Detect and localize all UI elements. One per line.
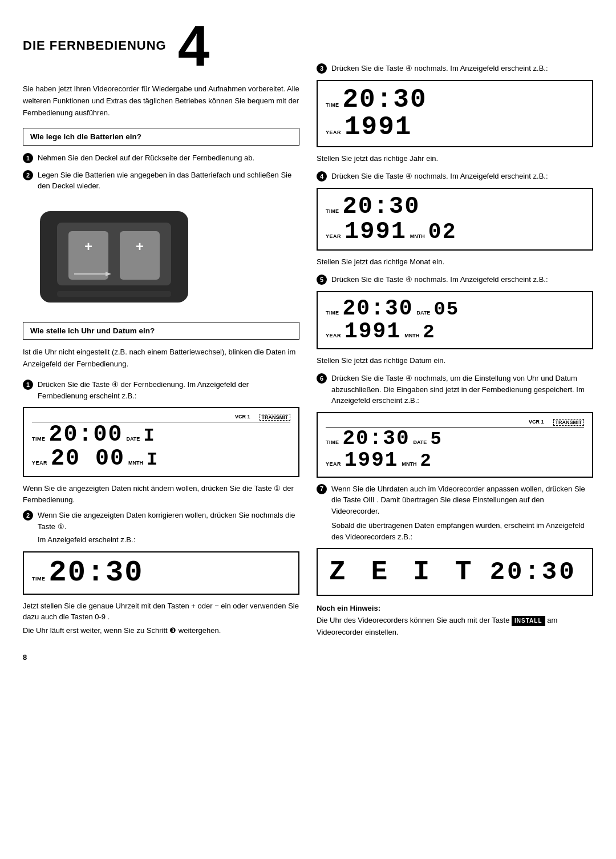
- display-5-year: 1991: [345, 321, 401, 342]
- display-1: VCR 1 TRANSMIT TIME 20:00 DATE I YEAR 20…: [23, 407, 299, 477]
- display-2-time: 20:30: [49, 558, 144, 588]
- page-number: 8: [23, 653, 299, 662]
- time-label-2: TIME: [32, 576, 46, 582]
- time-label-4: TIME: [326, 208, 339, 214]
- display-5-row-top: TIME 20:30 DATE 05: [326, 298, 584, 320]
- svg-text:+: +: [84, 239, 92, 254]
- vcr1-label-6: VCR 1: [529, 419, 544, 426]
- right-step-5-text: Drücken Sie die Taste ④ nochmals. Im Anz…: [331, 274, 548, 285]
- right-column: 3 Drücken Sie die Taste ④ nochmals. Im A…: [317, 17, 593, 662]
- step-after2b-text: Die Uhr läuft erst weiter, wenn Sie zu S…: [23, 625, 299, 636]
- right-step-6: 6 Drücken Sie die Taste ④ nochmals, um d…: [317, 373, 593, 406]
- mnth-label-6: MNTH: [402, 461, 416, 467]
- right-step-3-text: Drücken Sie die Taste ④ nochmals. Im Anz…: [331, 63, 548, 74]
- battery-step-2-text: Legen Sie die Batterien wie angegeben in…: [38, 170, 299, 192]
- right-step-6-badge: 6: [317, 373, 327, 384]
- display-7: Z E I T 20:30: [317, 548, 593, 596]
- display-4: TIME 20:30 YEAR 1991 MNTH 02: [317, 188, 593, 251]
- display-7-time: 20:30: [490, 559, 577, 584]
- remote-illustration: + +: [23, 200, 299, 314]
- display-3-row-top: TIME 20:30: [326, 87, 584, 113]
- display-6-mnth-val: 2: [420, 452, 432, 470]
- right-step-4-text: Drücken Sie die Taste ④ nochmals. Im Anz…: [331, 171, 548, 182]
- time-label-1: TIME: [32, 436, 46, 442]
- display-1-time: 20:00: [49, 424, 123, 446]
- clock-step-2-text: Wenn Sie die angezeigten Daten nicht änd…: [23, 483, 299, 505]
- note-title: Noch ein Hinweis:: [317, 604, 380, 612]
- display-1-row-top: TIME 20:00 DATE I: [32, 424, 290, 446]
- year-label-4: YEAR: [326, 233, 341, 239]
- right-step-5-badge: 5: [317, 275, 327, 285]
- left-column: DIE FERNBEDIENUNG 4 Sie haben jetzt Ihre…: [23, 17, 299, 662]
- svg-text:+: +: [136, 239, 144, 254]
- section-header: DIE FERNBEDIENUNG 4: [23, 17, 299, 74]
- svg-rect-7: [57, 291, 171, 297]
- vcr-transmit-bar-1: VCR 1 TRANSMIT: [32, 414, 290, 422]
- step-1-badge: 1: [23, 153, 33, 163]
- date-label-5: DATE: [417, 310, 431, 316]
- year-label-1: YEAR: [32, 460, 47, 466]
- note-text: Die Uhr des Videorecorders können Sie au…: [317, 616, 509, 624]
- display-5-time: 20:30: [343, 298, 414, 320]
- time-label-3: TIME: [326, 102, 339, 108]
- display-5-date-val: 05: [433, 300, 459, 319]
- clock-step-1: 1 Drücken Sie die Taste ④ der Fernbedien…: [23, 379, 299, 401]
- date-label-6: DATE: [414, 439, 427, 445]
- right-step-5: 5 Drücken Sie die Taste ④ nochmals. Im A…: [317, 274, 593, 285]
- right-step-7-badge: 7: [317, 484, 327, 494]
- display-3-year: 1991: [345, 114, 412, 140]
- battery-step-1: 1 Nehmen Sie den Deckel auf der Rückseit…: [23, 152, 299, 164]
- vcr1-label-1: VCR 1: [235, 414, 250, 421]
- install-badge: INSTALL: [512, 616, 545, 626]
- clock-step-2b-text: Wenn Sie die angezeigten Daten korrigier…: [38, 510, 299, 532]
- right-step-6-text: Drücken Sie die Taste ④ nochmals, um die…: [331, 373, 593, 406]
- clock-step-1-badge: 1: [23, 380, 33, 390]
- time-label-6: TIME: [326, 439, 339, 445]
- step4-sub: Stellen Sie jetzt das richtige Monat ein…: [317, 256, 593, 268]
- transmit-label-1: TRANSMIT: [260, 414, 291, 421]
- section-title: DIE FERNBEDIENUNG: [23, 38, 167, 53]
- mnth-label-1: MNTH: [128, 460, 143, 466]
- clock-step-2b-badge: 2: [23, 510, 33, 521]
- step-2-badge: 2: [23, 170, 33, 180]
- clock-step-2b: 2 Wenn Sie die angezeigten Daten korrigi…: [23, 510, 299, 546]
- step-after2-text: Jetzt stellen Sie die genaue Uhrzeit mit…: [23, 600, 299, 623]
- display-5-row-bottom: YEAR 1991 MNTH 2: [326, 321, 584, 342]
- right-step-3: 3 Drücken Sie die Taste ④ nochmals. Im A…: [317, 63, 593, 74]
- display-5-mnth-val: 2: [423, 322, 435, 342]
- right-step-7b-text: Sobald die übertragenen Daten empfangen …: [331, 520, 593, 542]
- display-4-row-top: TIME 20:30: [326, 195, 584, 219]
- display-6-row-bottom: YEAR 1991 MNTH 2: [326, 450, 584, 471]
- display-2-row: TIME 20:30: [32, 558, 290, 588]
- intro-text: Sie haben jetzt Ihren Videorecorder für …: [23, 83, 299, 119]
- display-2: TIME 20:30: [23, 551, 299, 595]
- clock-heading: Wie stelle ich Uhr und Datum ein?: [23, 322, 299, 340]
- display-6-year: 1991: [345, 450, 398, 471]
- display-3-time: 20:30: [343, 87, 427, 113]
- display-1-row-bottom: YEAR 20 00 MNTH I: [32, 447, 290, 470]
- display-1-year: 20 00: [51, 447, 125, 470]
- note-body: Die Uhr des Videorecorders können Sie au…: [317, 615, 593, 639]
- display-4-mnth-val: 02: [428, 221, 457, 243]
- display-4-row-bottom: YEAR 1991 MNTH 02: [326, 220, 584, 244]
- right-step-4-badge: 4: [317, 171, 327, 182]
- display-1-date-val: I: [143, 427, 155, 445]
- chapter-number: 4: [178, 17, 210, 74]
- note-section: Noch ein Hinweis: Die Uhr des Videorecor…: [317, 604, 593, 639]
- date-label-1: DATE: [127, 436, 140, 442]
- display-3: TIME 20:30 YEAR 1991: [317, 80, 593, 147]
- step5-sub: Stellen Sie jetzt das richtige Datum ein…: [317, 355, 593, 366]
- display-6: VCR 1 TRANSMIT TIME 20:30 DATE 5 YEAR 19…: [317, 412, 593, 478]
- year-label-3: YEAR: [326, 130, 341, 135]
- display-6-date-val: 5: [430, 430, 442, 449]
- year-label-6: YEAR: [326, 461, 341, 467]
- display-5: TIME 20:30 DATE 05 YEAR 1991 MNTH 2: [317, 291, 593, 349]
- year-label-5: YEAR: [326, 333, 341, 338]
- time-label-5: TIME: [326, 310, 339, 316]
- right-step-3-badge: 3: [317, 63, 327, 74]
- battery-heading: Wie lege ich die Batterien ein?: [23, 128, 299, 146]
- mnth-label-5: MNTH: [404, 333, 419, 338]
- display-4-year: 1991: [345, 220, 407, 244]
- display-3-row-bottom: YEAR 1991: [326, 114, 584, 140]
- vcr-transmit-bar-6: VCR 1 TRANSMIT: [326, 419, 584, 428]
